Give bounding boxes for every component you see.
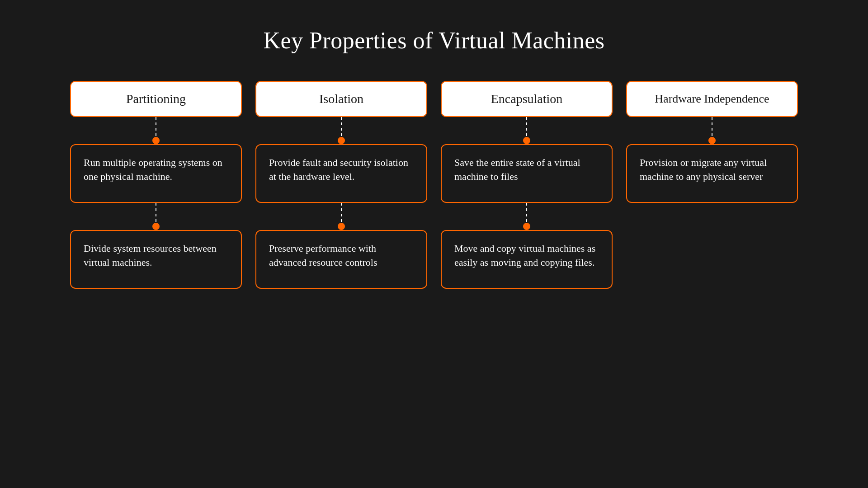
content-box-hardware-independence-0: Provision or migrate any virtual machine… [626,144,798,203]
page-title: Key Properties of Virtual Machines [263,27,604,54]
column-isolation: IsolationProvide fault and security isol… [255,81,427,289]
header-encapsulation: Encapsulation [441,81,613,117]
connector-partitioning-1 [152,203,160,230]
content-box-isolation-1: Preserve performance with advanced resou… [255,230,427,289]
content-box-partitioning-1: Divide system resources between virtual … [70,230,242,289]
connector-hardware-independence-0 [708,117,716,144]
column-encapsulation: EncapsulationSave the entire state of a … [441,81,613,289]
connector-dot [708,137,716,144]
connector-dot [523,137,530,144]
connector-encapsulation-1 [523,203,530,230]
content-box-encapsulation-0: Save the entire state of a virtual machi… [441,144,613,203]
connector-isolation-0 [338,117,345,144]
dashed-line [156,203,156,223]
diagram-container: PartitioningRun multiple operating syste… [0,81,868,289]
content-box-partitioning-0: Run multiple operating systems on one ph… [70,144,242,203]
content-box-isolation-0: Provide fault and security isolation at … [255,144,427,203]
connector-dot [152,223,160,230]
connector-dot [152,137,160,144]
connector-dot [523,223,530,230]
dashed-line [341,117,342,137]
connector-isolation-1 [338,203,345,230]
header-isolation: Isolation [255,81,427,117]
connector-partitioning-0 [152,117,160,144]
dashed-line [341,203,342,223]
dashed-line [526,203,527,223]
dashed-line [526,117,527,137]
content-box-encapsulation-1: Move and copy virtual machines as easily… [441,230,613,289]
dashed-line [156,117,156,137]
connector-dot [338,223,345,230]
dashed-line [712,117,712,137]
connector-encapsulation-0 [523,117,530,144]
header-hardware-independence: Hardware Independence [626,81,798,117]
column-hardware-independence: Hardware IndependenceProvision or migrat… [626,81,798,203]
connector-dot [338,137,345,144]
column-partitioning: PartitioningRun multiple operating syste… [70,81,242,289]
header-partitioning: Partitioning [70,81,242,117]
